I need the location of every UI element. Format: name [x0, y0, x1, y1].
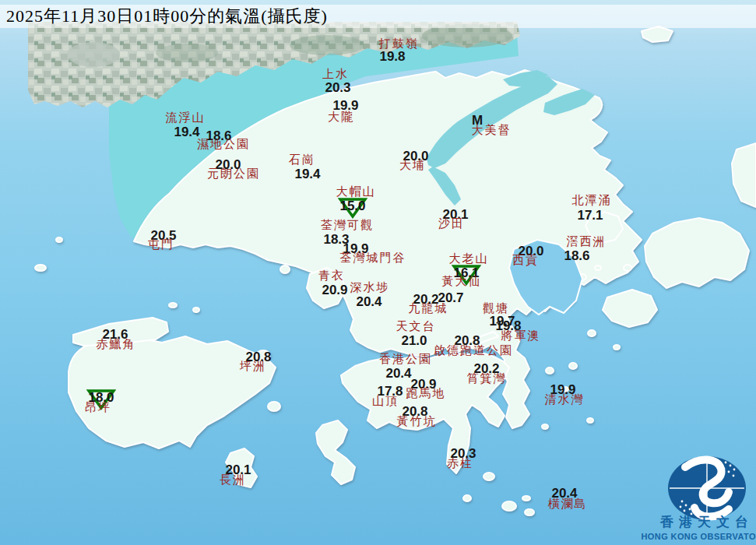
- station-name: 大美督: [472, 125, 512, 136]
- station-name: 大帽山: [336, 186, 376, 198]
- station-value: 20.9: [322, 283, 347, 297]
- hko-logo-text-english: HONG KONG OBSERVATORY: [641, 533, 756, 541]
- station-name: 橫瀾島: [548, 498, 588, 510]
- station-name: 青衣: [318, 270, 345, 282]
- station-name: 筲箕灣: [467, 373, 507, 385]
- station-name: 啟德跑道公園: [434, 345, 513, 357]
- station-name: 荃灣可觀: [321, 220, 374, 231]
- station-name: 屯門: [148, 239, 174, 251]
- station-name: 黃大仙: [442, 276, 482, 287]
- station-name: 大老山: [449, 253, 489, 265]
- station-name: 黃竹坑: [397, 416, 437, 427]
- station-name: 深水埗: [350, 282, 390, 294]
- station-value: 15.0: [339, 199, 365, 213]
- station-name: 觀塘: [483, 303, 509, 315]
- station-name: 西貢: [512, 255, 539, 266]
- map-title: 2025年11月30日01時00分的氣溫(攝氏度): [6, 5, 328, 28]
- station-name: 赤柱: [447, 458, 473, 469]
- station-name: 打鼓嶺: [379, 38, 419, 50]
- station-value: 20.4: [356, 295, 382, 308]
- station-name: 大隴: [328, 111, 354, 123]
- station-name: 九龍城: [409, 303, 448, 315]
- station-name: 長洲: [220, 474, 246, 486]
- station-name: 清水灣: [545, 394, 585, 406]
- station-value: 17.1: [577, 209, 603, 222]
- station-name: 山頂: [372, 396, 399, 407]
- station-name: 沙田: [438, 218, 465, 230]
- station-name: 大埔: [399, 160, 426, 171]
- station-name: 赤鱲角: [97, 339, 136, 350]
- station-name: 濕地公園: [197, 139, 250, 150]
- station-name: 天文台: [396, 321, 436, 332]
- station-value: 20.4: [385, 367, 411, 380]
- station-value: 19.4: [294, 167, 320, 181]
- station-name: 香港公園: [379, 353, 432, 365]
- station-value: 19.8: [379, 50, 405, 63]
- hko-logo-text-chinese: 香港天文台: [660, 515, 754, 529]
- station-name: 昂坪: [85, 402, 111, 413]
- station-value: 18.6: [564, 249, 589, 262]
- station-value: 21.0: [401, 334, 427, 347]
- station-name: 荃灣城門谷: [340, 252, 406, 264]
- station-name: 北潭涌: [572, 195, 612, 206]
- station-name: 坪洲: [240, 360, 266, 372]
- station-name: 元朗公園: [207, 168, 260, 180]
- station-name: 上水: [322, 69, 349, 80]
- station-name: 石崗: [289, 154, 315, 166]
- station-name: 跑馬地: [406, 388, 446, 399]
- hong-kong-map: [0, 0, 756, 545]
- station-name: 流浮山: [166, 112, 206, 124]
- station-value: 20.3: [325, 81, 350, 94]
- temperature-map: 2025年11月30日01時00分的氣溫(攝氏度) 19.8打鼓嶺20.3上水1…: [0, 0, 756, 545]
- station-name: 滘西洲: [567, 236, 607, 248]
- station-name: 將軍澳: [501, 330, 541, 342]
- station-value: 19.4: [174, 125, 199, 139]
